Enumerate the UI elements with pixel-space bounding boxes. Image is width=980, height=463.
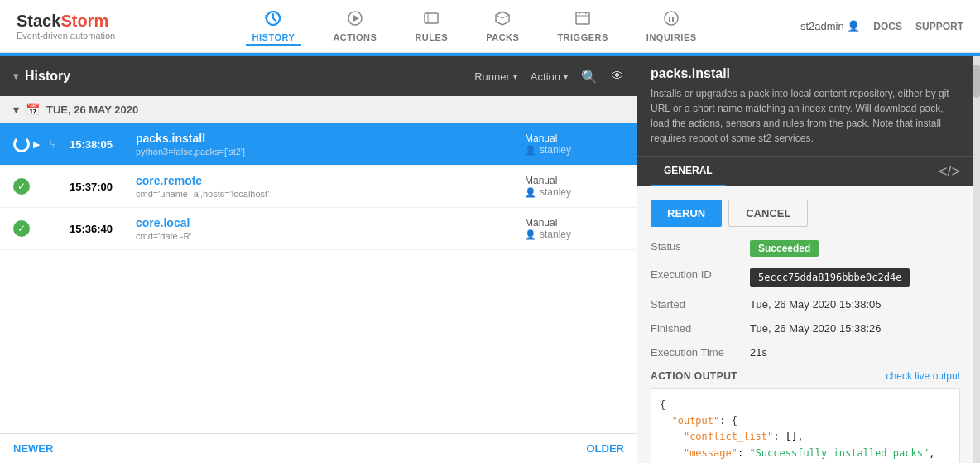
svg-point-11 [665, 12, 678, 25]
live-output-link[interactable]: check live output [886, 370, 960, 382]
date-chevron[interactable]: ▾ [13, 104, 19, 116]
action-buttons: RERUN CANCEL [651, 200, 960, 227]
row-expand[interactable]: ▶ [33, 139, 50, 150]
user-icon: 👤 [847, 20, 860, 32]
row-cmd: cmd='uname -a',hosts='localhost' [136, 189, 525, 199]
svg-rect-12 [669, 17, 670, 22]
action-filter[interactable]: Action ▾ [531, 70, 568, 83]
nav-triggers-label: TRIGGERS [557, 32, 608, 42]
packs-icon [494, 10, 511, 31]
row-cmd: python3=false,packs=['st2'] [136, 147, 525, 157]
rules-icon [423, 10, 440, 31]
user-small-icon: 👤 [525, 229, 536, 240]
scroll-thumb[interactable] [973, 65, 980, 98]
table-row[interactable]: ✓ 15:36:40 core.local cmd='date -R' Manu… [0, 208, 637, 250]
status-circle-success: ✓ [13, 220, 30, 237]
date-row: ▾ 📅 TUE, 26 MAY 2020 [0, 96, 637, 123]
right-scrollbar[interactable] [973, 56, 980, 463]
row-info: packs.install python3=false,packs=['st2'… [136, 132, 525, 157]
status-circle-success: ✓ [13, 178, 30, 195]
date-label: TUE, 26 MAY 2020 [46, 104, 138, 116]
nav-history[interactable]: HISTORY [246, 7, 302, 46]
output-title: ACTION OUTPUT [651, 370, 737, 382]
user-small-icon: 👤 [525, 145, 536, 156]
logo-title: StackStorm [17, 12, 115, 31]
row-trigger: Manual 👤 stanley [525, 175, 624, 198]
exec-time-value: 21s [750, 346, 767, 359]
output-header: ACTION OUTPUT check live output [651, 370, 960, 382]
history-header: ▾ History Runner ▾ Action ▾ 🔍 👁 [0, 56, 637, 96]
row-branch-icon: ⑂ [50, 137, 70, 151]
support-link[interactable]: SUPPORT [915, 21, 963, 32]
row-user: 👤 stanley [525, 229, 624, 240]
header-controls: Runner ▾ Action ▾ 🔍 👁 [474, 69, 624, 84]
started-field: Started Tue, 26 May 2020 15:38:05 [651, 298, 960, 311]
docs-link[interactable]: DOCS [873, 21, 902, 32]
newer-btn[interactable]: NEWER [13, 442, 53, 455]
older-btn[interactable]: OLDER [587, 442, 625, 455]
action-filter-arrow: ▾ [564, 72, 568, 81]
runner-filter-arrow: ▾ [513, 72, 517, 81]
top-nav: StackStorm Event-driven automation HISTO… [0, 0, 980, 53]
execution-id-value: 5eccc75dda8196bbbe0c2d4e [750, 268, 910, 287]
detail-body: RERUN CANCEL Status Succeeded Execution … [637, 186, 973, 463]
detail-tabs: GENERAL </> [637, 156, 973, 186]
execution-id-label: Execution ID [651, 268, 750, 281]
svg-rect-7 [576, 12, 589, 24]
eye-icon[interactable]: 👁 [611, 69, 624, 84]
main-content: ▾ History Runner ▾ Action ▾ 🔍 👁 ▾ 📅 TUE,… [0, 56, 980, 463]
cancel-button[interactable]: CANCEL [728, 200, 808, 227]
finished-label: Finished [651, 322, 750, 335]
row-status-success: ✓ [13, 220, 33, 237]
exec-time-label: Execution Time [651, 346, 750, 359]
row-time: 15:38:05 [70, 138, 136, 151]
finished-value: Tue, 26 May 2020 15:38:26 [750, 322, 882, 335]
row-user: 👤 stanley [525, 144, 624, 156]
logo-area: StackStorm Event-driven automation [17, 12, 115, 41]
history-title: ▾ History [13, 69, 474, 84]
output-code: { "output": { "conflict_list": [], "mess… [651, 388, 960, 463]
nav-triggers[interactable]: TRIGGERS [550, 7, 614, 46]
nav-rules-label: RULES [415, 32, 448, 42]
logo-subtitle: Event-driven automation [17, 31, 115, 41]
tab-general[interactable]: GENERAL [651, 157, 726, 186]
row-cmd: cmd='date -R' [136, 231, 525, 241]
user-link[interactable]: st2admin 👤 [800, 20, 860, 32]
status-field: Status Succeeded [651, 240, 960, 257]
svg-rect-3 [425, 13, 438, 23]
runner-filter[interactable]: Runner ▾ [474, 70, 517, 83]
calendar-icon: 📅 [26, 103, 40, 116]
nav-actions-label: ACTIONS [333, 32, 377, 42]
nav-right: st2admin 👤 DOCS SUPPORT [800, 20, 963, 32]
row-trigger: Manual 👤 stanley [525, 217, 624, 240]
detail-title: packs.install [651, 66, 960, 81]
user-small-icon: 👤 [525, 187, 536, 198]
history-icon [265, 10, 281, 31]
row-time: 15:37:00 [70, 181, 136, 193]
inquiries-icon [663, 10, 680, 31]
table-row[interactable]: ✓ 15:37:00 core.remote cmd='uname -a',ho… [0, 166, 637, 208]
nav-rules[interactable]: RULES [408, 7, 454, 46]
detail-header: packs.install Installs or upgrades a pac… [637, 56, 973, 156]
started-value: Tue, 26 May 2020 15:38:05 [750, 298, 882, 311]
svg-marker-6 [496, 12, 509, 18]
nav-actions[interactable]: ACTIONS [326, 7, 383, 46]
history-chevron[interactable]: ▾ [13, 70, 18, 82]
table-row[interactable]: ▶ ⑂ 15:38:05 packs.install python3=false… [0, 123, 637, 166]
nav-history-label: HISTORY [252, 32, 295, 42]
actions-icon [347, 10, 363, 31]
status-badge: Succeeded [750, 240, 819, 257]
nav-packs[interactable]: PACKS [479, 7, 526, 46]
code-toggle-icon[interactable]: </> [939, 163, 960, 181]
svg-marker-2 [353, 15, 359, 22]
row-user: 👤 stanley [525, 186, 624, 198]
nav-inquiries[interactable]: INQUIRIES [640, 7, 704, 46]
execution-id-field: Execution ID 5eccc75dda8196bbbe0c2d4e [651, 268, 960, 287]
search-icon[interactable]: 🔍 [581, 69, 598, 84]
finished-field: Finished Tue, 26 May 2020 15:38:26 [651, 322, 960, 335]
row-action-name: core.local [136, 216, 525, 229]
row-info: core.remote cmd='uname -a',hosts='localh… [136, 174, 525, 199]
rerun-button[interactable]: RERUN [651, 200, 722, 227]
nav-packs-label: PACKS [486, 32, 519, 42]
row-status-success: ✓ [13, 178, 33, 195]
